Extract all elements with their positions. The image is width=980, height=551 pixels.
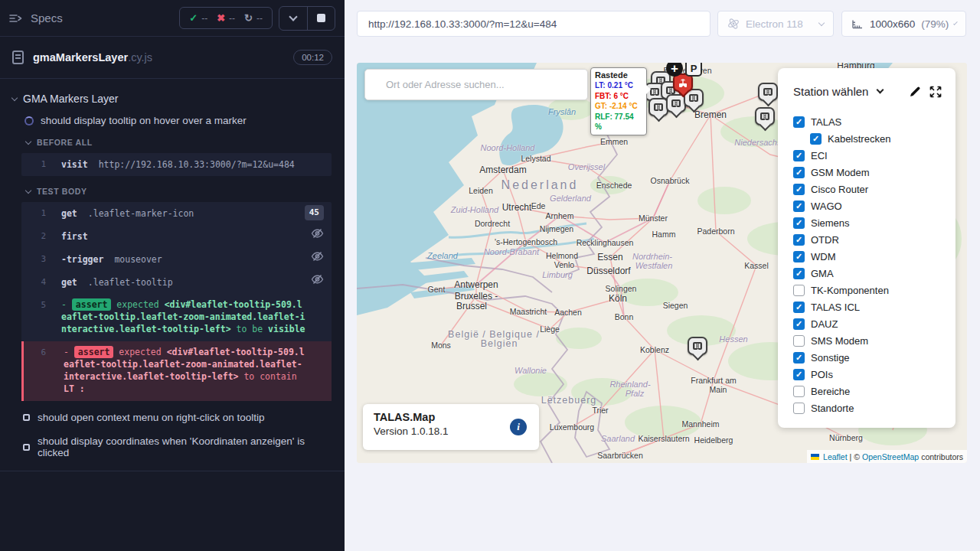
station-layer-item[interactable]: Sonstige — [793, 352, 942, 364]
station-layer-item[interactable]: Kabelstrecken — [810, 133, 942, 145]
test-body-commands: 1get.leaflet-marker-icon452first3-trigge… — [21, 202, 332, 401]
stop-button[interactable] — [307, 7, 335, 30]
assert-command-row[interactable]: 5- assert expected <div#leaflet-tooltip-… — [21, 294, 332, 341]
suite-row[interactable]: GMA Markers Layer — [0, 88, 345, 109]
plus-icon: + — [671, 63, 678, 75]
station-layer-label: TALAS — [811, 116, 841, 128]
checkbox-unchecked[interactable] — [793, 335, 805, 347]
station-marker-icon[interactable] — [758, 83, 778, 101]
checkbox-checked[interactable] — [793, 150, 805, 161]
hook-before-all[interactable]: BEFORE ALL — [0, 132, 345, 152]
count-badge: 45 — [305, 205, 324, 220]
specs-menu-icon[interactable] — [9, 13, 23, 24]
checkbox-checked[interactable] — [793, 167, 805, 178]
leaflet-link[interactable]: Leaflet — [823, 452, 848, 461]
assert-command-row[interactable]: 6- assert expected <div#leaflet-tooltip-… — [21, 341, 332, 401]
checkbox-checked[interactable] — [793, 201, 805, 212]
station-layer-item[interactable]: GMA — [793, 268, 942, 279]
station-layer-label: DAUZ — [811, 318, 838, 330]
checkbox-checked[interactable] — [793, 116, 805, 128]
reporter-header: Specs ✓-- ✖-- ↻-- — [0, 0, 345, 37]
map-search — [364, 69, 588, 100]
viewport-selector[interactable]: 1000x660 (79%) — [841, 11, 966, 37]
checkbox-unchecked[interactable] — [793, 285, 805, 296]
station-layer-item[interactable]: POIs — [793, 369, 942, 380]
checkbox-checked[interactable] — [793, 302, 805, 313]
station-layer-item[interactable]: Siemens — [793, 217, 942, 229]
station-layer-item[interactable]: TALAS ICL — [793, 302, 942, 313]
visibility-off-icon[interactable] — [311, 228, 324, 239]
station-layer-item[interactable]: Standorte — [793, 403, 942, 414]
checkbox-checked[interactable] — [793, 369, 805, 380]
checkbox-unchecked[interactable] — [793, 386, 805, 397]
visibility-off-icon[interactable] — [311, 274, 324, 285]
tooltip-title: Rastede — [595, 70, 642, 80]
checkbox-checked[interactable] — [793, 352, 805, 364]
checkbox-checked[interactable] — [793, 268, 805, 279]
info-icon[interactable]: i — [510, 419, 527, 435]
stop-icon — [317, 14, 325, 22]
command-name: -trigger — [61, 254, 103, 265]
chevron-down-icon — [11, 94, 18, 100]
spec-row[interactable]: gmaMarkersLayer .cy.js 00:12 — [0, 37, 345, 79]
chevron-down-icon[interactable] — [877, 86, 884, 94]
station-marker-icon[interactable] — [688, 337, 707, 355]
checkbox-checked[interactable] — [793, 217, 805, 229]
checkbox-checked[interactable] — [793, 318, 805, 330]
edit-pencil-icon[interactable] — [909, 85, 922, 98]
electron-icon — [727, 18, 740, 30]
station-layer-item[interactable]: WDM — [793, 251, 942, 262]
assert-badge: assert — [72, 298, 112, 311]
checkbox-checked[interactable] — [810, 133, 822, 145]
command-name: visit — [61, 159, 88, 170]
spec-file-icon — [12, 51, 24, 64]
command-row[interactable]: 1get.leaflet-marker-icon45 — [21, 202, 332, 225]
command-number: 3 — [32, 253, 46, 266]
station-layer-item[interactable]: GSM Modem — [793, 167, 942, 178]
stat-passed: ✓-- — [189, 12, 207, 24]
osm-link[interactable]: OpenStreetMap — [862, 452, 919, 461]
station-layer-item[interactable]: WAGO — [793, 201, 942, 212]
station-layer-item[interactable]: ECI — [793, 150, 942, 161]
tree-divider — [0, 471, 345, 471]
app-preview-pane: http://192.168.10.33:3000/?m=12&u=484 El… — [345, 0, 980, 551]
map-attribution: Leaflet | © OpenStreetMap contributors — [807, 450, 967, 463]
command-row[interactable]: 2first — [21, 225, 332, 248]
pending-test-row[interactable]: should open context menu on right-click … — [0, 406, 345, 429]
assert-message: - assert expected <div#leaflet-tooltip-5… — [61, 298, 305, 335]
checkbox-unchecked[interactable] — [793, 403, 805, 414]
collapse-button[interactable] — [279, 7, 307, 30]
command-row[interactable]: 4get.leaflet-tooltip — [21, 271, 332, 294]
checkbox-checked[interactable] — [793, 251, 805, 262]
search-input[interactable] — [365, 79, 587, 90]
url-bar[interactable]: http://192.168.10.33:3000/?m=12&u=484 — [357, 11, 710, 37]
station-layer-item[interactable]: TK-Komponenten — [793, 285, 942, 296]
checkbox-checked[interactable] — [793, 184, 805, 195]
station-layer-item[interactable]: Cisco Router — [793, 184, 942, 195]
browser-selector[interactable]: Electron 118 — [717, 11, 834, 37]
pending-test-row[interactable]: should display coordinates when 'Koordin… — [0, 429, 345, 465]
checkbox-checked[interactable] — [793, 234, 805, 246]
station-layer-item[interactable]: SMS Modem — [793, 335, 942, 347]
command-row[interactable]: 1visithttp://192.168.10.33:3000/?m=12&u=… — [21, 153, 332, 176]
chevron-down-icon — [818, 19, 825, 25]
leaflet-map[interactable]: BremerhavenHamburgBremenNiedersachsenEmm… — [357, 63, 967, 463]
command-number: 1 — [32, 158, 46, 171]
parking-control[interactable]: P — [685, 63, 702, 77]
command-name: get — [61, 208, 77, 219]
station-layer-item[interactable]: Bereiche — [793, 386, 942, 397]
station-layer-item[interactable]: DAUZ — [793, 318, 942, 330]
fullscreen-icon[interactable] — [929, 86, 942, 98]
stat-failed: ✖-- — [217, 12, 235, 24]
station-layer-item[interactable]: TALAS — [793, 116, 942, 128]
assert-message: - assert expected <div#leaflet-tooltip-5… — [64, 346, 305, 395]
visibility-off-icon[interactable] — [311, 251, 324, 262]
command-row[interactable]: 3-triggermouseover — [21, 248, 332, 271]
station-layer-label: Sonstige — [811, 352, 850, 364]
hook-test-body[interactable]: TEST BODY — [0, 181, 345, 201]
station-layer-item[interactable]: OTDR — [793, 234, 942, 246]
station-marker-icon[interactable] — [755, 107, 775, 126]
active-test-row[interactable]: should display tooltip on hover over a m… — [0, 109, 345, 132]
command-number: 2 — [32, 230, 46, 243]
station-select-label[interactable]: Station wählen — [793, 85, 868, 98]
